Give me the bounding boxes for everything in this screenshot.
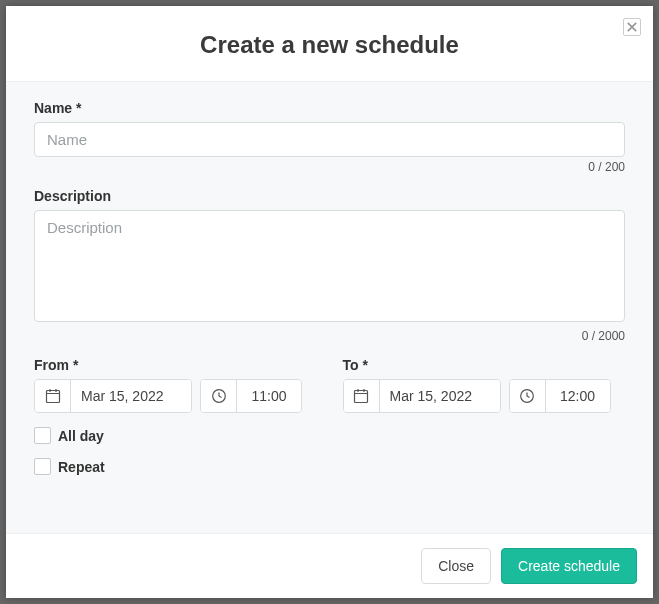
to-label: To * xyxy=(343,357,626,373)
repeat-checkbox[interactable] xyxy=(34,458,51,475)
to-date-input[interactable] xyxy=(380,380,500,412)
name-counter: 0 / 200 xyxy=(34,160,625,174)
description-input[interactable] xyxy=(34,210,625,322)
modal-body: Name * 0 / 200 Description 0 / 2000 From… xyxy=(6,82,653,533)
from-date-group[interactable] xyxy=(34,379,192,413)
allday-checkbox[interactable] xyxy=(34,427,51,444)
from-label: From * xyxy=(34,357,317,373)
calendar-icon xyxy=(35,380,71,412)
close-icon-button[interactable] xyxy=(623,18,641,36)
allday-row: All day xyxy=(34,427,625,444)
description-counter: 0 / 2000 xyxy=(34,329,625,343)
modal-footer: Close Create schedule xyxy=(6,533,653,598)
name-input[interactable] xyxy=(34,122,625,157)
allday-label: All day xyxy=(58,428,104,444)
svg-rect-5 xyxy=(355,391,368,403)
description-label: Description xyxy=(34,188,625,204)
name-group: Name * 0 / 200 xyxy=(34,100,625,174)
svg-rect-0 xyxy=(46,391,59,403)
close-button[interactable]: Close xyxy=(421,548,491,584)
from-date-input[interactable] xyxy=(71,380,191,412)
repeat-label: Repeat xyxy=(58,459,105,475)
clock-icon xyxy=(510,380,546,412)
from-group: From * xyxy=(34,357,317,413)
name-label: Name * xyxy=(34,100,625,116)
close-icon xyxy=(627,22,637,32)
repeat-row: Repeat xyxy=(34,458,625,475)
to-date-group[interactable] xyxy=(343,379,501,413)
modal-title: Create a new schedule xyxy=(26,31,633,59)
to-time-group[interactable] xyxy=(509,379,611,413)
create-schedule-button[interactable]: Create schedule xyxy=(501,548,637,584)
to-time-input[interactable] xyxy=(546,380,610,412)
datetime-row: From * xyxy=(34,357,625,413)
clock-icon xyxy=(201,380,237,412)
create-schedule-modal: Create a new schedule Name * 0 / 200 Des… xyxy=(6,6,653,598)
from-time-group[interactable] xyxy=(200,379,302,413)
to-group: To * xyxy=(343,357,626,413)
description-group: Description 0 / 2000 xyxy=(34,188,625,343)
modal-header: Create a new schedule xyxy=(6,6,653,82)
from-time-input[interactable] xyxy=(237,380,301,412)
calendar-icon xyxy=(344,380,380,412)
